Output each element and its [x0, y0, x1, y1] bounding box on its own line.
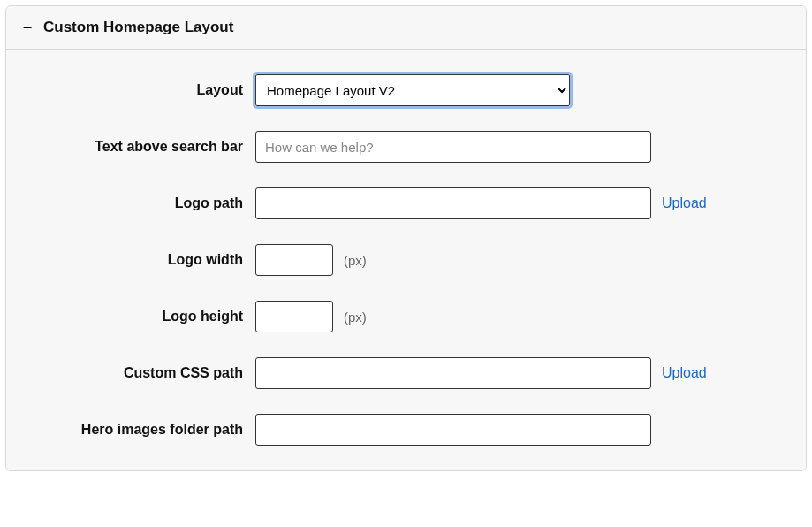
panel-header[interactable]: − Custom Homepage Layout — [6, 6, 806, 50]
row-logo-width: Logo width (px) — [24, 244, 788, 276]
custom-homepage-layout-panel: − Custom Homepage Layout Layout Homepage… — [5, 5, 807, 471]
label-custom-css-path: Custom CSS path — [24, 365, 255, 381]
custom-css-path-input[interactable] — [255, 357, 651, 389]
label-logo-width: Logo width — [24, 252, 255, 268]
collapse-icon[interactable]: − — [22, 19, 33, 35]
logo-path-input[interactable] — [255, 187, 651, 219]
logo-height-input[interactable] — [255, 301, 333, 332]
label-hero-images-folder: Hero images folder path — [24, 422, 255, 438]
label-logo-path: Logo path — [24, 195, 255, 211]
row-logo-height: Logo height (px) — [24, 301, 788, 332]
layout-select[interactable]: Homepage Layout V2 — [255, 74, 570, 106]
hero-images-folder-input[interactable] — [255, 414, 651, 446]
label-layout: Layout — [24, 82, 255, 98]
row-logo-path: Logo path Upload — [24, 187, 788, 219]
row-hero-images-folder: Hero images folder path — [24, 414, 788, 446]
logo-path-upload-link[interactable]: Upload — [662, 195, 707, 211]
text-above-search-input[interactable] — [255, 131, 651, 163]
panel-title: Custom Homepage Layout — [43, 19, 233, 36]
custom-css-upload-link[interactable]: Upload — [662, 365, 707, 381]
row-custom-css-path: Custom CSS path Upload — [24, 357, 788, 389]
row-text-above-search: Text above search bar — [24, 131, 788, 163]
logo-width-input[interactable] — [255, 244, 333, 276]
row-layout: Layout Homepage Layout V2 — [24, 74, 788, 106]
label-logo-height: Logo height — [24, 309, 255, 325]
panel-body: Layout Homepage Layout V2 Text above sea… — [6, 50, 806, 470]
label-text-above-search: Text above search bar — [24, 139, 255, 155]
logo-height-unit: (px) — [344, 309, 367, 325]
logo-width-unit: (px) — [344, 253, 367, 268]
